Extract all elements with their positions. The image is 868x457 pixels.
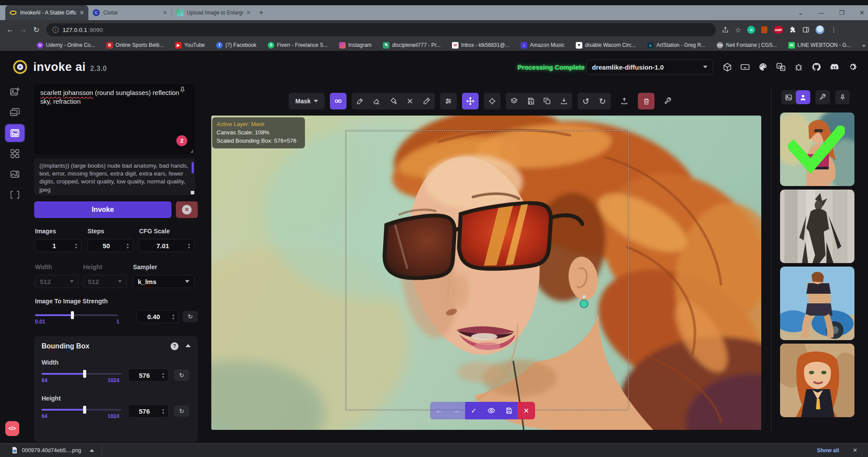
gallery-settings-button[interactable]	[816, 90, 830, 104]
language-translate-icon[interactable]: Aa	[776, 62, 786, 72]
upload-button[interactable]	[616, 93, 633, 109]
download-image-button[interactable]	[556, 93, 572, 109]
staging-previous-button[interactable]: ←	[430, 402, 448, 419]
stepper-up-icon[interactable]: ▲	[172, 313, 175, 316]
stepper-up-icon[interactable]: ▲	[188, 243, 191, 246]
new-tab-button[interactable]: +	[255, 5, 267, 20]
save-to-gallery-button[interactable]	[522, 93, 539, 109]
discord-icon[interactable]	[830, 62, 840, 72]
site-info-icon[interactable]: i	[52, 27, 59, 33]
stepper-up-icon[interactable]: ▲	[162, 372, 165, 375]
redo-button[interactable]: ↻	[594, 93, 611, 109]
invoke-button[interactable]: Invoke	[34, 201, 172, 218]
back-button[interactable]: ←	[4, 25, 17, 34]
downloads-close-button[interactable]: ✕	[853, 447, 858, 453]
stepper-up-icon[interactable]: ▲	[162, 408, 165, 411]
extensions-puzzle-icon[interactable]	[789, 26, 796, 33]
gallery-thumbnail-4[interactable]	[780, 344, 854, 417]
window-close-button[interactable]: ✕	[859, 9, 864, 16]
mask-options-button[interactable]	[330, 93, 346, 109]
height-select[interactable]: 512	[83, 275, 127, 288]
forward-button[interactable]: →	[17, 25, 30, 34]
bookmark-instagram[interactable]: Instagram	[339, 42, 371, 49]
bookmark-sports[interactable]: BOnline Sports Betti...	[106, 42, 164, 49]
cancel-button[interactable]: ✕	[176, 201, 198, 218]
extension-orange-icon[interactable]	[761, 26, 767, 33]
report-bug-icon[interactable]	[794, 63, 803, 72]
tab-search-chevron-icon[interactable]: ⌄	[798, 9, 803, 16]
bookmarks-overflow-chevron[interactable]: »	[862, 42, 865, 49]
steps-input[interactable]: 50 ▲▼	[88, 239, 133, 252]
pin-options-icon[interactable]	[178, 86, 186, 94]
bookmark-webtoon[interactable]: WLINE WEBTOON - G...	[788, 42, 851, 49]
layer-select[interactable]: Mask	[289, 93, 325, 109]
strength-reset-button[interactable]: ↻	[183, 311, 198, 322]
tab-text-to-image[interactable]	[5, 83, 24, 101]
bookmark-discipleneil[interactable]: ✎discipleneil777 - Pr...	[383, 42, 441, 49]
tab-nodes[interactable]	[5, 145, 24, 162]
clear-canvas-button[interactable]	[638, 93, 654, 109]
tab-close-icon[interactable]: ✕	[163, 10, 167, 16]
collapse-chevron-icon[interactable]	[186, 344, 191, 347]
tool-options-button[interactable]	[440, 93, 457, 109]
tab-unified-canvas[interactable]	[5, 124, 24, 142]
bookmark-udemy[interactable]: UUdemy - Online Co...	[37, 42, 95, 49]
stepper-down-icon[interactable]: ▼	[162, 376, 165, 379]
strength-input[interactable]: 0.40 ▲▼	[136, 310, 178, 323]
strength-slider[interactable]	[35, 314, 118, 316]
staging-next-button[interactable]: →	[448, 402, 465, 419]
stepper-down-icon[interactable]: ▼	[162, 411, 165, 415]
staging-discard-button[interactable]: ✕	[518, 402, 535, 419]
gallery-thumbnail-3[interactable]	[780, 267, 854, 340]
tab-civitai[interactable]: C Civitai ✕	[88, 5, 172, 20]
fill-bounding-box-button[interactable]	[385, 93, 402, 109]
extension-abp-icon[interactable]: ABP	[774, 26, 783, 34]
stepper-up-icon[interactable]: ▲	[126, 243, 130, 246]
stepper-down-icon[interactable]: ▼	[126, 246, 130, 249]
tab-image-to-image[interactable]	[5, 104, 24, 121]
color-picker-button[interactable]	[418, 93, 435, 109]
stepper-down-icon[interactable]: ▼	[75, 246, 78, 249]
clear-mask-button[interactable]	[402, 93, 418, 109]
bookmark-youtube[interactable]: ▶YouTube	[175, 42, 205, 49]
sampler-select[interactable]: k_lms	[133, 275, 194, 288]
prompt-resize-handle[interactable]: ◢	[190, 148, 193, 153]
window-restore-button[interactable]: ❐	[839, 9, 845, 16]
console-toggle-button[interactable]: </>	[5, 421, 19, 436]
bb-width-input[interactable]: 576 ▲▼	[128, 369, 168, 382]
bookmark-inbox[interactable]: MInbox - klk56831@...	[452, 42, 509, 49]
staging-show-hide-button[interactable]	[483, 402, 500, 419]
share-icon[interactable]	[722, 26, 729, 33]
staging-accept-button[interactable]: ✓	[465, 402, 483, 419]
cfg-scale-input[interactable]: 7.01 ▲▼	[139, 239, 194, 252]
model-manager-cube-icon[interactable]	[723, 63, 732, 72]
stepper-up-icon[interactable]: ▲	[75, 243, 78, 246]
help-icon[interactable]: ?	[171, 342, 178, 350]
bb-height-reset-button[interactable]: ↻	[174, 405, 189, 417]
negative-prompt-input[interactable]: ((implants)) (large boobs) nude bad anat…	[34, 158, 195, 195]
hotkeys-keyboard-icon[interactable]	[740, 62, 750, 72]
tab-close-icon[interactable]: ✕	[246, 10, 251, 16]
tab-invokeai[interactable]: InvokeAI - A Stable Diffusion Too ✕	[5, 5, 88, 20]
bb-height-slider-thumb[interactable]	[83, 406, 86, 414]
images-input[interactable]: 1 ▲▼	[35, 239, 81, 252]
url-bar[interactable]: i 127.0.0.1 :9090	[46, 23, 716, 36]
stepper-down-icon[interactable]: ▼	[172, 317, 175, 320]
download-chevron-icon[interactable]	[90, 449, 94, 452]
brush-tool-button[interactable]	[352, 93, 368, 109]
github-icon[interactable]	[812, 62, 821, 72]
merge-layers-button[interactable]	[506, 93, 522, 109]
gallery-thumbnail-1[interactable]	[780, 112, 854, 186]
reload-button[interactable]: ↻	[30, 25, 43, 35]
copy-to-clipboard-button[interactable]	[539, 93, 556, 109]
bb-height-input[interactable]: 576 ▲▼	[128, 404, 168, 418]
tab-post-processing[interactable]	[5, 165, 24, 183]
tab-training[interactable]	[5, 186, 24, 204]
undo-button[interactable]: ↺	[578, 93, 594, 109]
eraser-tool-button[interactable]	[368, 93, 385, 109]
gallery-person-toggle[interactable]	[796, 90, 810, 104]
strength-slider-thumb[interactable]	[71, 311, 74, 319]
stepper-down-icon[interactable]: ▼	[188, 246, 191, 249]
bounding-box-region[interactable]	[346, 130, 629, 410]
move-tool-button[interactable]	[462, 93, 479, 109]
